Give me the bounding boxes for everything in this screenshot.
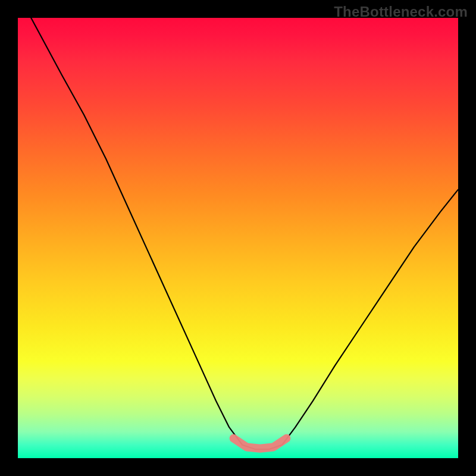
valley-curve: [31, 18, 458, 449]
curve-layer: [18, 18, 458, 458]
plot-area: [18, 18, 458, 458]
chart-container: TheBottleneck.com: [0, 0, 476, 476]
highlight-segment: [234, 439, 287, 449]
watermark-text: TheBottleneck.com: [334, 4, 468, 20]
